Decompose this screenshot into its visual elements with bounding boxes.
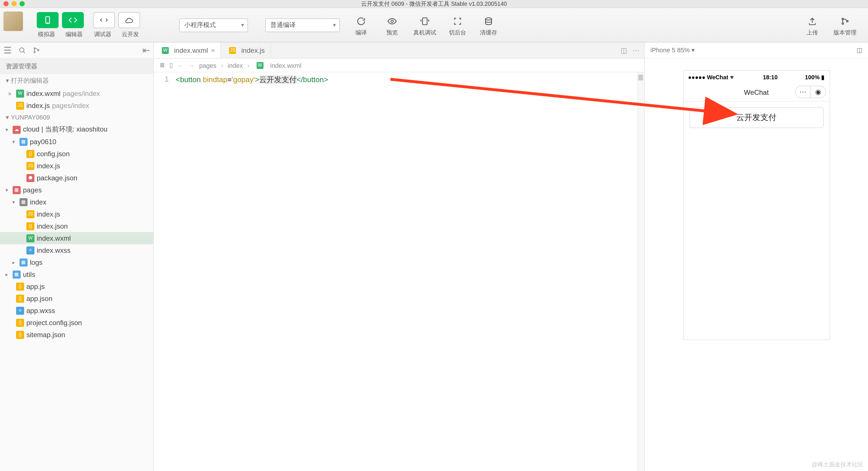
- simulator-icon: [37, 12, 59, 28]
- svg-point-4: [485, 18, 491, 20]
- list-icon[interactable]: ≣: [160, 61, 165, 69]
- svg-point-12: [34, 51, 35, 53]
- breadcrumb: ≣ ▯ ← → pages› index› Windex.wxml: [154, 59, 644, 72]
- tree-item[interactable]: JSindex.js: [0, 208, 153, 220]
- svg-point-6: [842, 18, 843, 19]
- collapse-icon[interactable]: ⇤: [143, 45, 150, 56]
- svg-point-11: [34, 48, 35, 49]
- explorer-title: 资源管理器: [0, 59, 153, 74]
- tree-cloud[interactable]: ▾☁cloud | 当前环境: xiaoshitou: [0, 123, 153, 136]
- minimap[interactable]: [637, 72, 644, 471]
- tree-pages[interactable]: ▾▦pages: [0, 184, 153, 196]
- menu-icon[interactable]: ☰: [3, 45, 11, 56]
- preview-button[interactable]: 预览: [382, 13, 402, 36]
- capsule[interactable]: ⋯ ◉: [795, 86, 826, 98]
- bookmark-icon[interactable]: ▯: [169, 61, 173, 69]
- tab-indexjs[interactable]: JSindex.js: [221, 42, 271, 58]
- tree-item[interactable]: {}index.json: [0, 220, 153, 232]
- svg-point-2: [391, 20, 393, 22]
- open-editor-item[interactable]: JSindex.jspages/index: [0, 99, 153, 112]
- search-icon[interactable]: [19, 47, 26, 54]
- tree-item[interactable]: {}app.json: [0, 292, 153, 304]
- tree-item[interactable]: JSindex.js: [0, 160, 153, 172]
- nav-bar: WeChat ⋯ ◉: [683, 83, 829, 102]
- window-title: 云开发支付 0609 - 微信开发者工具 Stable v1.03.200514…: [361, 0, 507, 8]
- tree-item[interactable]: {}sitemap.json: [0, 328, 153, 341]
- back-icon[interactable]: ←: [177, 62, 184, 69]
- explorer-panel: ☰ ⇤ 资源管理器 ▾ 打开的编辑器 × Windex.wxmlpages/in…: [0, 42, 154, 471]
- tab-indexwxml[interactable]: Windex.wxml×: [154, 42, 221, 58]
- editor-icon: [62, 12, 84, 28]
- simulator-panel: iPhone 5 85% ▾ ◫ ●●●●● WeChat ᯤ 18:10 10…: [644, 42, 868, 471]
- tree-item[interactable]: {}config.json: [0, 148, 153, 160]
- code-editor[interactable]: 1 <button bindtap='gopay'>云开发支付</button>: [154, 72, 644, 471]
- window-close-icon[interactable]: [3, 1, 9, 6]
- svg-line-10: [23, 51, 25, 53]
- forward-icon[interactable]: →: [188, 62, 195, 69]
- mode-select[interactable]: 小程序模式: [179, 18, 248, 32]
- tree-item[interactable]: ≡app.wxss: [0, 304, 153, 317]
- compile-mode-select[interactable]: 普通编译: [265, 18, 340, 32]
- background-button[interactable]: 切后台: [448, 13, 467, 36]
- tree-item[interactable]: {}app.js: [0, 280, 153, 292]
- more-icon[interactable]: ⋯: [632, 46, 640, 54]
- upload-button[interactable]: 上传: [803, 13, 822, 36]
- cloud-icon: [118, 12, 140, 28]
- tree-logs[interactable]: ▸▦logs: [0, 256, 153, 268]
- tree-index-folder[interactable]: ▾▦index: [0, 196, 153, 208]
- tb-debugger[interactable]: 调试器云开发: [93, 12, 140, 38]
- device-select[interactable]: iPhone 5 85% ▾: [650, 47, 695, 54]
- window-titlebar: 云开发支付 0609 - 微信开发者工具 Stable v1.03.200514…: [0, 0, 868, 8]
- close-icon[interactable]: ×: [6, 90, 14, 97]
- project-header[interactable]: ▾ YUNPAY0609: [0, 112, 153, 123]
- close-icon[interactable]: ×: [211, 46, 215, 54]
- split-icon[interactable]: ◫: [621, 46, 627, 54]
- editor-panel: Windex.wxml× JSindex.js ◫ ⋯ ≣ ▯ ← → page…: [154, 42, 644, 471]
- code-line[interactable]: <button bindtap='gopay'>云开发支付</button>: [174, 72, 328, 471]
- svg-point-9: [20, 48, 24, 52]
- open-editors-header[interactable]: ▾ 打开的编辑器: [0, 74, 153, 87]
- avatar[interactable]: [3, 11, 23, 31]
- tree-item[interactable]: ≡index.wxss: [0, 244, 153, 256]
- tree-item[interactable]: ⬢package.json: [0, 172, 153, 184]
- git-icon[interactable]: [33, 47, 40, 54]
- capsule-menu-icon[interactable]: ⋯: [795, 86, 811, 98]
- compile-button[interactable]: 编译: [351, 13, 371, 36]
- tb-simulator[interactable]: 模拟器编辑器: [37, 12, 84, 38]
- pay-button[interactable]: 云开发支付: [689, 108, 824, 128]
- window-zoom-icon[interactable]: [20, 1, 25, 6]
- tree-item-active[interactable]: Windex.wxml: [0, 232, 153, 244]
- tree-item[interactable]: {}project.config.json: [0, 317, 153, 328]
- watermark: @稀土掘金技术社区: [812, 461, 863, 469]
- status-bar: ●●●●● WeChat ᯤ 18:10 100% ▮: [683, 71, 829, 83]
- capsule-close-icon[interactable]: ◉: [811, 86, 825, 98]
- debugger-icon: [93, 12, 115, 28]
- window-minimize-icon[interactable]: [11, 1, 17, 6]
- svg-point-7: [842, 22, 843, 24]
- svg-rect-3: [423, 18, 427, 24]
- clearcache-button[interactable]: 清缓存: [479, 13, 498, 36]
- toolbar: 模拟器编辑器 调试器云开发 小程序模式 普通编译 编译 预览 真机调试 切后台 …: [0, 8, 868, 42]
- tree-pay0610[interactable]: ▾▦pay0610: [0, 136, 153, 148]
- remotedebug-button[interactable]: 真机调试: [413, 13, 436, 36]
- tree-utils[interactable]: ▸▦utils: [0, 268, 153, 280]
- open-editor-item[interactable]: × Windex.wxmlpages/index: [0, 87, 153, 99]
- version-button[interactable]: 版本管理: [834, 13, 857, 36]
- phone-preview: ●●●●● WeChat ᯤ 18:10 100% ▮ WeChat ⋯ ◉ 云…: [683, 70, 830, 340]
- sim-layout-icon[interactable]: ◫: [857, 47, 862, 54]
